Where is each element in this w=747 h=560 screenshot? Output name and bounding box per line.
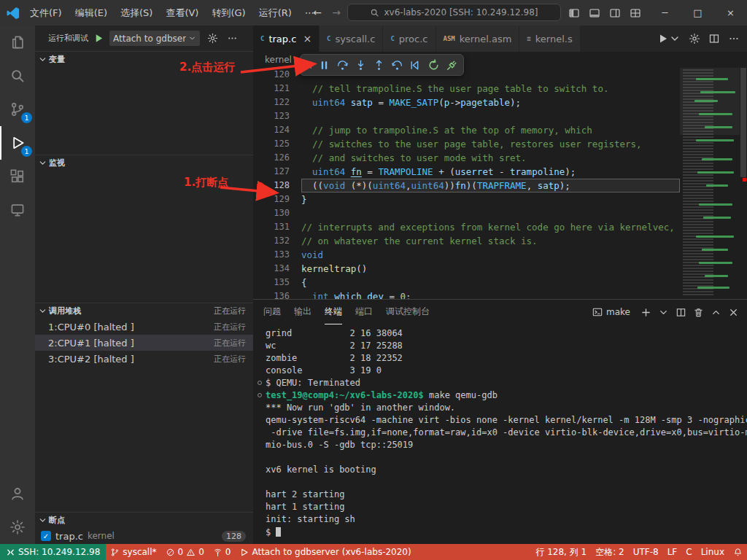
maximize-panel-button[interactable] bbox=[708, 304, 724, 320]
scrollbar-thumb[interactable] bbox=[740, 68, 746, 177]
menu-item[interactable]: 运行(R) bbox=[252, 0, 298, 26]
step-into-button[interactable] bbox=[352, 56, 369, 74]
breakpoint-gutter[interactable] bbox=[253, 248, 268, 262]
code-line[interactable]: 133void bbox=[253, 248, 680, 262]
menu-item[interactable]: 选择(S) bbox=[114, 0, 159, 26]
toggle-secondary-sidebar-button[interactable] bbox=[605, 0, 625, 26]
minimap[interactable] bbox=[680, 68, 740, 299]
start-debug-button[interactable] bbox=[93, 33, 104, 44]
toggle-panel-button[interactable] bbox=[584, 0, 605, 26]
activitybar-remote-explorer[interactable] bbox=[0, 193, 35, 227]
debug-config-select[interactable]: Attach to gdbser bbox=[109, 31, 200, 46]
branch-indicator[interactable]: syscall* bbox=[106, 544, 160, 560]
callstack-item[interactable]: 2:CPU#1 [halted ]正在运行 bbox=[35, 335, 253, 351]
breakpoint-gutter[interactable] bbox=[253, 165, 268, 179]
back-button[interactable]: ← bbox=[309, 4, 325, 21]
cursor-position[interactable]: 行 128, 列 1 bbox=[531, 544, 591, 560]
breakpoint-gutter[interactable] bbox=[253, 109, 268, 123]
breakpoint-checkbox[interactable]: ✓ bbox=[41, 531, 51, 541]
code-line[interactable]: 129} bbox=[253, 192, 680, 206]
watch-section-header[interactable]: 监视 bbox=[35, 155, 253, 171]
code-line[interactable]: 135{ bbox=[253, 276, 680, 289]
menu-item[interactable]: 编辑(E) bbox=[69, 0, 114, 26]
split-terminal-button[interactable] bbox=[673, 304, 689, 320]
panel-tab-问题[interactable]: 问题 bbox=[263, 300, 281, 324]
breakpoint-gutter[interactable] bbox=[253, 289, 268, 299]
step-out-button[interactable] bbox=[370, 56, 387, 74]
activitybar-explorer[interactable] bbox=[0, 26, 35, 59]
breakpoint-gutter[interactable] bbox=[253, 234, 268, 248]
code-line[interactable]: 136 int which_dev = 0; bbox=[253, 289, 680, 299]
close-panel-button[interactable] bbox=[725, 304, 741, 320]
code-line[interactable]: 121 // tell trampoline.S the user page t… bbox=[253, 82, 680, 96]
breakpoints-section-header[interactable]: 断点 bbox=[35, 512, 253, 528]
variables-section-header[interactable]: 变量 bbox=[35, 51, 253, 67]
callstack-section-header[interactable]: 调用堆栈正在运行 bbox=[35, 303, 253, 319]
menu-item[interactable]: 文件(F) bbox=[23, 0, 69, 26]
step-over-button[interactable] bbox=[333, 56, 351, 74]
breakpoint-gutter[interactable] bbox=[253, 96, 268, 109]
code-line[interactable]: 122 uint64 satp = MAKE_SATP(p->pagetable… bbox=[253, 96, 680, 109]
maximize-button[interactable]: □ bbox=[681, 0, 714, 26]
breakpoint-gutter[interactable] bbox=[253, 220, 268, 234]
terminal-dropdown-button[interactable] bbox=[655, 304, 671, 320]
code-line[interactable]: 123 bbox=[253, 109, 680, 123]
code-line[interactable]: 132// on whatever the current kernel sta… bbox=[253, 234, 680, 248]
drag-handle[interactable] bbox=[303, 60, 314, 70]
panel-tab-终端[interactable]: 终端 bbox=[325, 300, 342, 324]
more-actions-button[interactable] bbox=[728, 33, 740, 44]
terminal-instance[interactable]: make bbox=[592, 307, 630, 317]
indentation-setting[interactable]: 空格: 2 bbox=[591, 544, 629, 560]
panel-tab-调试控制台[interactable]: 调试控制台 bbox=[386, 300, 430, 324]
language-mode[interactable]: C bbox=[681, 544, 696, 560]
kill-terminal-button[interactable] bbox=[690, 304, 706, 320]
forward-button[interactable]: → bbox=[328, 4, 344, 21]
activitybar-source-control[interactable]: 1 bbox=[0, 93, 35, 126]
new-terminal-button[interactable] bbox=[638, 304, 654, 320]
callstack-item[interactable]: 1:CPU#0 [halted ]正在运行 bbox=[35, 319, 253, 335]
activitybar-settings[interactable] bbox=[0, 510, 35, 544]
split-editor-button[interactable] bbox=[708, 33, 720, 44]
tab-kernel.s[interactable]: ≡kernel.s bbox=[519, 26, 580, 52]
run-file-button[interactable] bbox=[657, 33, 681, 44]
tab-trap.c[interactable]: Ctrap.c× bbox=[253, 26, 320, 52]
problems-indicator[interactable]: 0 0 bbox=[161, 544, 209, 560]
reverse-continue-button[interactable] bbox=[406, 56, 424, 74]
code-line[interactable]: 131// interrupts and exceptions from ker… bbox=[253, 220, 680, 234]
pause-button[interactable] bbox=[315, 56, 333, 74]
eol-setting[interactable]: LF bbox=[663, 544, 682, 560]
breakpoint-gutter[interactable] bbox=[253, 206, 268, 220]
breadcrumb-item[interactable]: kernel bbox=[265, 55, 292, 65]
code-line[interactable]: 128 ((void (*)(uint64,uint64))fn)(TRAPFR… bbox=[253, 179, 680, 192]
breakpoint-item[interactable]: ✓trap.ckernel128 bbox=[35, 528, 253, 544]
activitybar-extensions[interactable] bbox=[0, 160, 35, 193]
debug-status[interactable]: Attach to gdbserver (xv6-labs-2020) bbox=[235, 544, 415, 560]
breakpoint-gutter[interactable] bbox=[253, 151, 268, 165]
tab-proc.c[interactable]: Cproc.c bbox=[383, 26, 436, 52]
encoding-setting[interactable]: UTF-8 bbox=[629, 544, 663, 560]
close-icon[interactable]: × bbox=[303, 33, 311, 44]
views-more-button[interactable] bbox=[225, 31, 239, 46]
breakpoint-gutter[interactable] bbox=[253, 123, 268, 137]
debug-settings-button[interactable] bbox=[205, 31, 220, 46]
activitybar-accounts[interactable] bbox=[0, 477, 35, 510]
panel-tab-输出[interactable]: 输出 bbox=[294, 300, 311, 324]
breakpoint-gutter[interactable] bbox=[253, 137, 268, 151]
customize-layout-button[interactable] bbox=[625, 0, 646, 26]
notifications-button[interactable] bbox=[729, 544, 747, 560]
editor-scrollbar[interactable] bbox=[740, 68, 747, 299]
tab-kernel.asm[interactable]: ASMkernel.asm bbox=[436, 26, 520, 52]
code-line[interactable]: 124 // jump to trampoline.S at the top o… bbox=[253, 123, 680, 137]
step-back-button[interactable] bbox=[388, 56, 406, 74]
editor-settings-button[interactable] bbox=[689, 33, 700, 44]
code-line[interactable]: 127 uint64 fn = TRAMPOLINE + (userret - … bbox=[253, 165, 680, 179]
activitybar-search[interactable] bbox=[0, 59, 35, 93]
activitybar-run-debug[interactable]: 1 bbox=[0, 126, 35, 160]
code-line[interactable]: 130 bbox=[253, 206, 680, 220]
breakpoint-gutter[interactable] bbox=[253, 262, 268, 276]
command-center-search[interactable]: xv6-labs-2020 [SSH: 10.249.12.98] bbox=[347, 4, 561, 21]
code-line[interactable]: 125 // switches to the user page table, … bbox=[253, 137, 680, 151]
minimize-button[interactable]: ─ bbox=[649, 0, 681, 26]
callstack-item[interactable]: 3:CPU#2 [halted ]正在运行 bbox=[35, 351, 253, 367]
menu-item[interactable]: 查看(V) bbox=[159, 0, 205, 26]
